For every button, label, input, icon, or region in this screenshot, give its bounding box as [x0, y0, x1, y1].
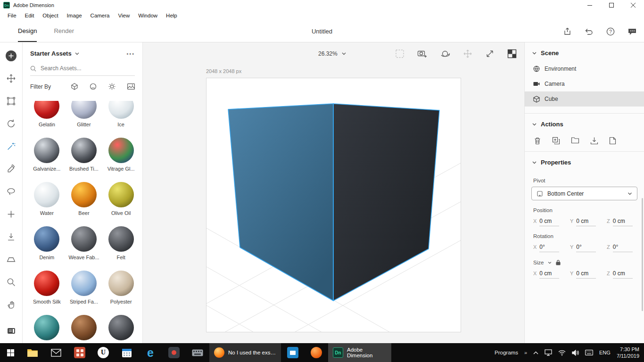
keyboard-app-button[interactable] [186, 343, 209, 362]
overflow-glyph[interactable]: » [524, 350, 527, 355]
menu-object[interactable]: Object [38, 13, 62, 18]
asset-material[interactable]: Gelatin [28, 101, 66, 138]
new-file-button[interactable] [609, 137, 616, 145]
size-y-field[interactable]: 0 cm [576, 270, 596, 279]
asset-material[interactable]: Denim [28, 226, 66, 271]
asset-material[interactable]: Striped Fa... [66, 271, 103, 315]
tab-design[interactable]: Design [18, 21, 37, 42]
language-indicator[interactable]: ENG [599, 350, 611, 355]
select-tool[interactable] [0, 90, 23, 112]
horizon-tool[interactable] [0, 248, 23, 271]
camera-bookmark-button[interactable] [417, 49, 428, 58]
zoom-control[interactable]: 26.32% [318, 50, 346, 57]
render-preview-button[interactable] [507, 49, 517, 58]
material-thumb[interactable] [108, 182, 134, 207]
canvas[interactable] [206, 78, 461, 332]
material-thumb[interactable] [108, 315, 134, 340]
asset-material[interactable]: Galvanize... [28, 138, 66, 182]
blue-app-button[interactable] [281, 343, 305, 362]
magic-wand-tool[interactable] [0, 135, 23, 157]
asset-material[interactable]: Water [28, 182, 66, 226]
close-button[interactable] [622, 0, 644, 10]
asset-material[interactable]: Olive Oil [102, 182, 140, 226]
material-thumb[interactable] [108, 101, 134, 119]
asset-material[interactable] [28, 315, 66, 343]
material-thumb[interactable] [71, 138, 97, 163]
delete-button[interactable] [534, 137, 541, 145]
material-thumb[interactable] [108, 271, 134, 296]
duplicate-button[interactable] [552, 137, 560, 145]
undo-button[interactable] [585, 28, 593, 35]
chevron-down-icon[interactable] [548, 262, 552, 264]
material-thumb[interactable] [71, 101, 97, 119]
move-tool[interactable] [0, 67, 23, 90]
asset-material[interactable]: Glitter [66, 101, 103, 138]
group-button[interactable] [571, 137, 579, 145]
menu-image[interactable]: Image [63, 13, 86, 18]
cube-object[interactable] [228, 104, 439, 301]
maximize-button[interactable] [601, 0, 622, 10]
asset-search[interactable] [30, 65, 135, 76]
dark-app-button[interactable] [162, 343, 186, 362]
chevron-down-icon[interactable] [75, 52, 79, 55]
orbit-camera-button[interactable] [440, 49, 450, 58]
panel-toggle-button[interactable] [0, 320, 23, 342]
touch-keyboard-tray-button[interactable] [585, 350, 593, 355]
menu-window[interactable]: Window [134, 13, 162, 18]
firefox-window-button[interactable]: No I used the exsti... [209, 343, 281, 362]
assets-panel-title[interactable]: Starter Assets [30, 50, 72, 57]
material-thumb[interactable] [108, 138, 134, 163]
asset-material[interactable]: Vitrage Gl... [102, 138, 140, 182]
orange-app-button[interactable] [305, 343, 328, 362]
material-thumb[interactable] [34, 315, 59, 340]
rotation-x-field[interactable]: 0° [539, 244, 559, 252]
asset-material[interactable]: Beer [66, 182, 103, 226]
zoom-tool[interactable] [0, 271, 23, 293]
start-button[interactable] [0, 343, 21, 362]
chevron-down-icon[interactable] [532, 123, 537, 126]
asset-material[interactable]: Smooth Silk [28, 271, 66, 315]
position-y-field[interactable]: 0 cm [576, 218, 596, 226]
lock-icon[interactable] [556, 260, 561, 265]
material-thumb[interactable] [34, 226, 59, 252]
scene-render[interactable] [206, 78, 461, 332]
tray-expand-button[interactable] [533, 351, 538, 354]
menu-view[interactable]: View [114, 13, 134, 18]
programs-label[interactable]: Programs [495, 350, 518, 355]
asset-material[interactable]: Weave Fab... [66, 226, 103, 271]
search-input[interactable] [41, 65, 121, 72]
materials-filter-icon[interactable] [90, 83, 97, 90]
export-button[interactable] [590, 137, 598, 145]
asset-material[interactable]: Polyester [102, 271, 140, 315]
menu-camera[interactable]: Camera [86, 13, 114, 18]
asset-material[interactable]: Felt [102, 226, 140, 271]
models-filter-icon[interactable] [71, 83, 78, 90]
scene-item-camera[interactable]: Camera [525, 76, 644, 91]
menu-file[interactable]: File [3, 13, 21, 18]
mail-button[interactable] [44, 343, 68, 362]
share-button[interactable] [563, 27, 571, 35]
chevron-down-icon[interactable] [532, 161, 537, 164]
help-button[interactable]: ? [606, 27, 615, 36]
sampler-tool[interactable] [0, 157, 23, 180]
rotation-y-field[interactable]: 0° [576, 244, 596, 252]
dimension-window-button[interactable]: Dn Adobe Dimension [328, 343, 391, 362]
asset-material[interactable] [102, 315, 140, 343]
app-grid-button[interactable] [68, 343, 91, 362]
material-thumb[interactable] [71, 271, 97, 296]
lights-filter-icon[interactable] [108, 83, 116, 90]
material-thumb[interactable] [71, 226, 97, 252]
chevron-down-icon[interactable] [532, 52, 537, 55]
material-thumb[interactable] [34, 271, 59, 296]
rotation-z-field[interactable]: 0° [613, 244, 633, 252]
images-filter-icon[interactable] [127, 83, 135, 90]
clock[interactable]: 7:30 PM 7/11/2019 [617, 346, 639, 360]
frame-button[interactable] [395, 49, 405, 58]
pan-camera-button[interactable] [463, 49, 472, 58]
material-thumb[interactable] [34, 138, 59, 163]
pivot-dropdown[interactable]: Bottom Center [531, 187, 637, 200]
rotate-tool[interactable] [0, 112, 23, 135]
position-x-field[interactable]: 0 cm [539, 218, 559, 226]
size-z-field[interactable]: 0 cm [613, 270, 633, 279]
minimize-button[interactable] [579, 0, 601, 10]
